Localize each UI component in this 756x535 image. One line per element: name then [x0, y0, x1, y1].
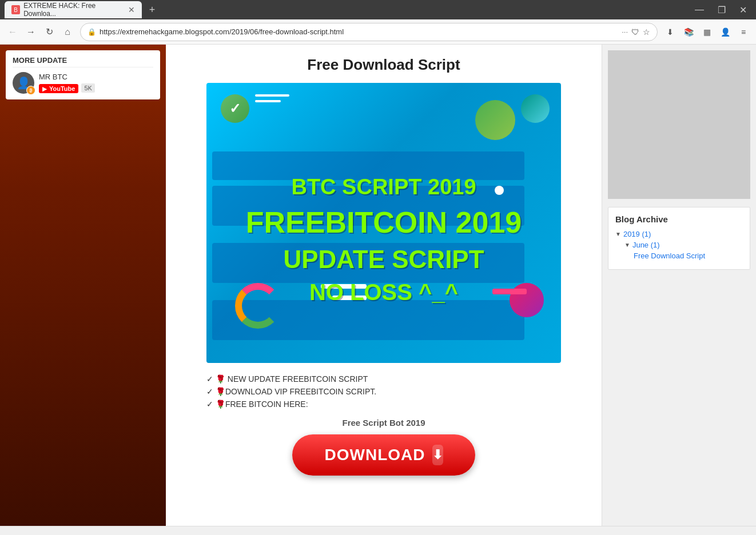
- deco-green-circle: [475, 100, 515, 140]
- tab-close-btn[interactable]: ✕: [128, 5, 135, 14]
- deco-dot-1: [495, 186, 504, 195]
- archive-month-item: ▼ June (1): [615, 241, 743, 249]
- download-button[interactable]: DOWNLOAD ⬇: [292, 434, 475, 476]
- account-button[interactable]: 👤: [717, 24, 733, 40]
- banner-line-1: BTC SCRIPT 2019: [291, 175, 476, 199]
- deco-ring: [235, 283, 281, 329]
- download-btn-wrap: DOWNLOAD ⬇: [206, 434, 561, 476]
- blog-archive-widget: Blog Archive ▼ 2019 (1) ▼ June (1) Free …: [608, 207, 750, 270]
- deco-pink-circle: [510, 283, 544, 317]
- layout-button[interactable]: ▦: [699, 24, 715, 40]
- home-button[interactable]: ⌂: [59, 24, 75, 40]
- blog-archive-title: Blog Archive: [615, 214, 743, 224]
- author-row: 👤 ₿ MR BTC ▶ YouTube 5K: [13, 72, 153, 94]
- avatar-wrap: 👤 ₿: [13, 72, 34, 94]
- post-line-3: ✓ 🌹FREE BITCOIN HERE:: [206, 400, 561, 409]
- browser-content: MORE UPDATE 👤 ₿ MR BTC ▶ YouTube: [0, 45, 756, 526]
- deco-teal-circle: [521, 94, 550, 123]
- download-arrow-icon: ⬇: [432, 445, 443, 465]
- author-name: MR BTC: [39, 73, 95, 81]
- browser-frame: B EXTREME HACK: Free Downloa... ✕ + — ❐ …: [0, 0, 756, 535]
- tab-title: EXTREME HACK: Free Downloa...: [23, 2, 125, 18]
- browser-tab[interactable]: B EXTREME HACK: Free Downloa... ✕: [5, 1, 142, 18]
- ad-placeholder: [608, 50, 750, 199]
- post-line-2: ✓ 🌹DOWNLOAD VIP FREEBITCOIN SCRIPT.: [206, 387, 561, 396]
- new-tab-button[interactable]: +: [144, 2, 160, 18]
- check-mark: ✓: [221, 94, 249, 123]
- toolbar-right-icons: ⬇ 📚 ▦ 👤 ≡: [662, 24, 751, 40]
- deco-line-2: [255, 100, 281, 102]
- post-title: Free Download Script: [183, 56, 584, 74]
- window-controls: — ❐ ✕: [690, 2, 751, 18]
- free-script-label: Free Script Bot 2019: [206, 418, 561, 428]
- youtube-label: YouTube: [49, 85, 75, 92]
- archive-year-link[interactable]: 2019 (1): [623, 230, 651, 238]
- youtube-badge[interactable]: ▶ YouTube: [39, 84, 78, 93]
- right-sidebar: Blog Archive ▼ 2019 (1) ▼ June (1) Free …: [602, 45, 756, 526]
- browser-toolbar: ← → ↻ ⌂ 🔒 ··· 🛡 ☆ ⬇ 📚 ▦ 👤 ≡: [0, 19, 756, 45]
- page-content: Free Download Script ✓: [166, 45, 602, 526]
- title-bar: B EXTREME HACK: Free Downloa... ✕ + — ❐ …: [0, 0, 756, 19]
- address-input[interactable]: [100, 27, 618, 36]
- close-btn[interactable]: ✕: [735, 2, 751, 18]
- bottom-scrollbar[interactable]: [0, 526, 756, 535]
- more-options-icon[interactable]: ···: [622, 27, 628, 36]
- archive-month-link[interactable]: June (1): [632, 241, 660, 249]
- address-bar-container: 🔒 ··· 🛡 ☆: [80, 23, 658, 41]
- deco-line-1: [255, 94, 289, 97]
- downloads-button[interactable]: ⬇: [662, 24, 678, 40]
- btc-badge: ₿: [26, 86, 35, 95]
- youtube-icon: ▶: [42, 86, 47, 92]
- banner-line-4: NO LOSS ^_^: [309, 280, 458, 305]
- widget-title: MORE UPDATE: [13, 56, 153, 67]
- archive-year-item: ▼ 2019 (1): [615, 230, 743, 238]
- subscriber-count: 5K: [81, 83, 94, 93]
- banner-image: ✓ BTC SCRIPT 2019 FREEBITCOIN 2019 UPDAT…: [206, 83, 561, 363]
- deco-minus: [492, 289, 527, 294]
- post-body: ✓ 🌹 NEW UPDATE FREEBITCOIN SCRIPT ✓ 🌹DOW…: [206, 374, 561, 476]
- tab-favicon: B: [11, 5, 20, 14]
- forward-button[interactable]: →: [23, 24, 39, 40]
- download-label: DOWNLOAD: [325, 446, 425, 464]
- more-update-widget: MORE UPDATE 👤 ₿ MR BTC ▶ YouTube: [6, 50, 160, 99]
- left-sidebar: MORE UPDATE 👤 ₿ MR BTC ▶ YouTube: [0, 45, 166, 526]
- bookmark-icon[interactable]: ☆: [643, 27, 650, 37]
- library-button[interactable]: 📚: [681, 24, 697, 40]
- lock-icon: 🔒: [87, 28, 96, 36]
- banner-line-2: FREEBITCOIN 2019: [246, 205, 522, 239]
- maximize-btn[interactable]: ❐: [713, 2, 730, 18]
- triangle-down-icon-2: ▼: [624, 242, 630, 248]
- post-line-1: ✓ 🌹 NEW UPDATE FREEBITCOIN SCRIPT: [206, 374, 561, 384]
- archive-post-item: Free Download Script: [615, 251, 743, 260]
- refresh-button[interactable]: ↻: [41, 24, 57, 40]
- archive-post-link[interactable]: Free Download Script: [634, 251, 705, 260]
- menu-button[interactable]: ≡: [735, 24, 751, 40]
- banner-line-3: UPDATE SCRIPT: [283, 245, 484, 274]
- back-button[interactable]: ←: [5, 24, 21, 40]
- author-info: MR BTC ▶ YouTube 5K: [39, 73, 95, 93]
- triangle-down-icon: ▼: [615, 231, 621, 237]
- shield-icon[interactable]: 🛡: [631, 27, 639, 37]
- minimize-btn[interactable]: —: [690, 2, 709, 18]
